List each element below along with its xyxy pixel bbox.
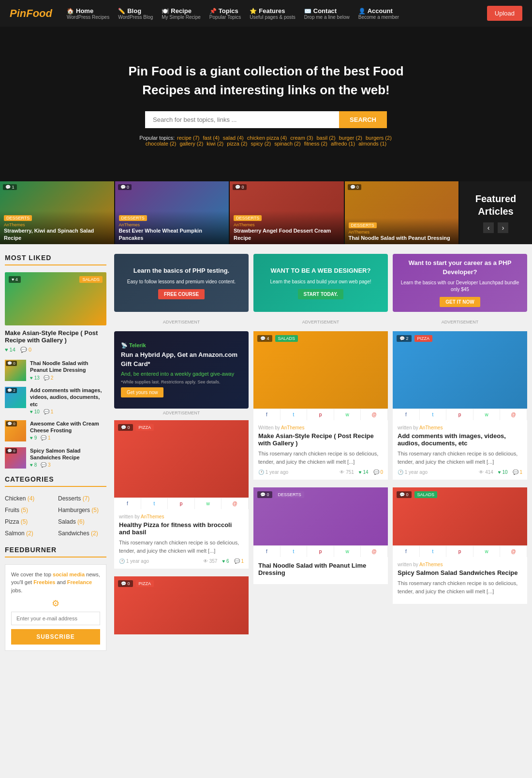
cat-hamburgers[interactable]: Hamburgers (5) — [58, 505, 106, 515]
most-liked-main-item[interactable]: ♥ 4 SALADS Make Asian-Style Recipe ( Pos… — [5, 272, 106, 353]
share-tw-mid-2[interactable]: t — [281, 546, 308, 557]
share-tw-mid-1[interactable]: t — [281, 409, 308, 420]
topic-burger[interactable]: burger (2) — [339, 135, 362, 141]
share-fb-mid-2[interactable]: f — [253, 546, 281, 557]
topic-spinach[interactable]: spinach (2) — [274, 141, 300, 147]
cat-fruits[interactable]: Fruits (5) — [5, 505, 53, 515]
share-em-right-1[interactable]: @ — [500, 409, 527, 420]
card-title-pizza-1[interactable]: Healthy Pizza for fitness with broccoli … — [119, 521, 244, 536]
share-fb-right-2[interactable]: f — [393, 546, 420, 557]
share-facebook-button[interactable]: f — [114, 498, 141, 509]
cat-pizza[interactable]: Pizza (5) — [5, 517, 53, 527]
share-em-right-2[interactable]: @ — [500, 546, 527, 557]
feedburner-email-input[interactable] — [11, 612, 100, 625]
nav-recipe[interactable]: 🍽️Recipe My Simple Recipe — [162, 7, 201, 20]
share-fb-right-1[interactable]: f — [393, 409, 420, 420]
share-em-mid-1[interactable]: @ — [361, 409, 388, 420]
search-input[interactable] — [145, 111, 339, 128]
cat-salmon[interactable]: Salmon (2) — [5, 528, 53, 538]
sidebar-list-item-1[interactable]: 💬 2 Add comments with images, videos, au… — [5, 387, 106, 414]
share-pinterest-button[interactable]: p — [168, 498, 195, 509]
ad-webdesign-button[interactable]: START TODAY. — [298, 289, 344, 299]
cat-salads[interactable]: Salads (6) — [58, 517, 106, 527]
topic-fitness[interactable]: fitness (2) — [304, 141, 327, 147]
share-email-button[interactable]: @ — [222, 498, 249, 509]
feedburner-freebies-link[interactable]: Freebies — [33, 579, 55, 585]
card-author-mid-1[interactable]: AnThemes — [281, 425, 304, 430]
share-tw-right-2[interactable]: t — [420, 546, 447, 557]
share-pi-mid-1[interactable]: p — [307, 409, 334, 420]
share-pi-right-1[interactable]: p — [446, 409, 473, 420]
share-wa-mid-1[interactable]: w — [334, 409, 361, 420]
topic-almonds[interactable]: almonds (1) — [358, 141, 386, 147]
ad-telerik[interactable]: 📡 Telerik Run a Hybrid App, Get an Amazo… — [114, 331, 249, 409]
nav-topics[interactable]: 📌Topics Popular Topics — [209, 7, 241, 20]
topic-gallery[interactable]: gallery (2) — [179, 141, 203, 147]
ad-php-button[interactable]: FREE COURSE — [158, 289, 205, 299]
ad-developer-button[interactable]: GET IT NOW — [440, 297, 480, 307]
search-bar: SEARCH — [145, 111, 387, 128]
featured-badge-1: DESSERTS — [4, 215, 32, 221]
topic-recipe[interactable]: recipe (7) — [177, 135, 199, 141]
card-title-salad-1[interactable]: Make Asian-Style Recipe ( Post Recipe wi… — [258, 432, 383, 447]
topic-salad[interactable]: salad (4) — [223, 135, 244, 141]
sidebar-list-item-3[interactable]: 💬 0 Spicy Salmon Salad Sandwiches Recipe… — [5, 447, 106, 469]
share-em-mid-2[interactable]: @ — [361, 546, 388, 557]
share-fb-mid-1[interactable]: f — [253, 409, 281, 420]
featured-item-2[interactable]: 💬 0 DESSERTS AnThemes Best Ever Whole Wh… — [115, 181, 230, 244]
cat-chicken[interactable]: Chicken (4) — [5, 494, 53, 503]
nav-home[interactable]: 🏠Home WordPress Recipes — [67, 7, 109, 20]
topic-burgers[interactable]: burgers (2) — [366, 135, 392, 141]
search-button[interactable]: SEARCH — [339, 111, 387, 128]
feedburner-subscribe-button[interactable]: SUBSCRIBE — [11, 629, 100, 645]
article-card-img-pizza-2: 💬 0 PIZZA — [114, 576, 249, 634]
topic-pizza[interactable]: pizza (2) — [227, 141, 247, 147]
card-title-right-1[interactable]: Add comments with images, videos, audios… — [398, 432, 522, 447]
sidebar-list-item-2[interactable]: 💬 0 Awesome Cake with Cream Cheese Frost… — [5, 420, 106, 441]
card-title-dessert-1[interactable]: Thai Noodle Salad with Peanut Lime Dress… — [258, 562, 383, 576]
site-logo[interactable]: PinFood — [10, 7, 52, 20]
share-twitter-button[interactable]: t — [141, 498, 168, 509]
share-wa-right-1[interactable]: w — [473, 409, 501, 420]
nav-contact[interactable]: ✉️Contact Drop me a line below — [304, 7, 350, 20]
topic-spicy[interactable]: spicy (2) — [251, 141, 271, 147]
card-author-right-2[interactable]: AnThemes — [419, 562, 443, 567]
featured-item-3[interactable]: 💬 0 DESSERTS AnThemes Strawberry Angel F… — [230, 181, 345, 244]
featured-item-1[interactable]: 💬 1 DESSERTS AnThemes Strawberry, Kiwi a… — [0, 181, 115, 244]
topic-cream[interactable]: cream (3) — [290, 135, 313, 141]
telerik-button[interactable]: Get yours now — [121, 387, 163, 397]
feedburner-social-link[interactable]: social media — [53, 572, 85, 577]
featured-item-4[interactable]: 💬 0 DESSERTS AnThemes Thai Noodle Salad … — [345, 181, 460, 244]
nav-features[interactable]: ⭐Features Useful pages & posts — [250, 7, 296, 20]
nav-account[interactable]: 👤Account Become a member — [358, 7, 399, 20]
share-pi-right-2[interactable]: p — [446, 546, 473, 557]
topic-fast[interactable]: fast (4) — [203, 135, 220, 141]
ad-developer[interactable]: Want to start your career as a PHP Devel… — [393, 254, 527, 312]
card-author-right-1[interactable]: AnThemes — [419, 425, 443, 430]
card-share-row-right-1: f t p w @ — [393, 409, 527, 420]
cat-desserts[interactable]: Desserts (7) — [58, 494, 106, 503]
topic-kiwi[interactable]: kiwi (2) — [207, 141, 223, 147]
featured-next-button[interactable]: › — [498, 222, 508, 233]
topic-basil[interactable]: basil (2) — [316, 135, 335, 141]
share-wa-right-2[interactable]: w — [473, 546, 501, 557]
share-wa-mid-2[interactable]: w — [334, 546, 361, 557]
topic-chicken-pizza[interactable]: chicken pizza (4) — [247, 135, 287, 141]
card-share-row-mid-2: f t p w @ — [253, 545, 388, 557]
sidebar-list-item-0[interactable]: 💬 0 Thai Noodle Salad with Peanut Lime D… — [5, 360, 106, 381]
share-tw-right-1[interactable]: t — [420, 409, 447, 420]
nav-blog[interactable]: ✏️Blog WordPress Blog — [118, 7, 153, 20]
upload-button[interactable]: Upload — [487, 6, 522, 21]
ad-php[interactable]: Learn the basics of PHP testing. Easy to… — [114, 254, 249, 312]
topic-alfredo[interactable]: alfredo (1) — [331, 141, 355, 147]
share-whatsapp-button[interactable]: w — [195, 498, 222, 509]
feedburner-freelance-link[interactable]: Freelance — [67, 579, 92, 585]
card-title-right-2[interactable]: Spicy Salmon Salad Sandwiches Recipe — [398, 569, 522, 576]
article-card-salad-1: 💬 4 SALADS f t p w @ Written by AnThemes… — [253, 331, 388, 480]
featured-prev-button[interactable]: ‹ — [483, 222, 494, 233]
share-pi-mid-2[interactable]: p — [307, 546, 334, 557]
card-author-link[interactable]: AnThemes — [141, 514, 164, 519]
ad-webdesign[interactable]: WANT TO BE A WEB DESIGNER? Learn the bas… — [253, 254, 388, 312]
cat-sandwiches[interactable]: Sandwiches (2) — [58, 528, 106, 538]
topic-chocolate[interactable]: chocolate (2) — [146, 141, 177, 147]
